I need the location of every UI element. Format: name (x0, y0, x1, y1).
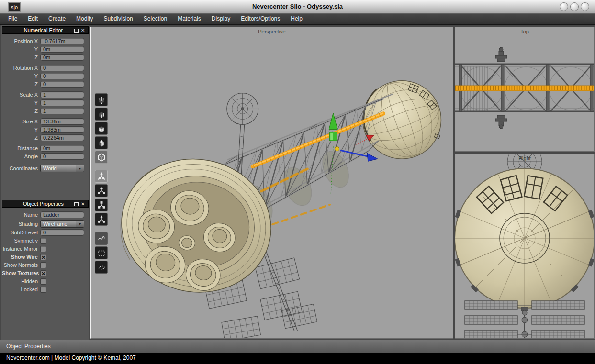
window-maximize-button[interactable] (570, 2, 579, 11)
scale-x-field[interactable] (40, 91, 84, 98)
rotation-z-field[interactable] (40, 81, 84, 88)
field-label: Z (2, 81, 40, 87)
show-normals-checkbox[interactable] (40, 262, 46, 268)
locked-checkbox[interactable] (40, 287, 46, 293)
perspective-3d-render (91, 27, 453, 338)
menu-modify[interactable]: Modify (71, 14, 98, 24)
position-x-field[interactable] (40, 38, 84, 44)
position-y-field[interactable] (40, 46, 84, 53)
field-label: Angle (2, 154, 40, 159)
window-title: Nevercenter Silo - Odyssey.sia (0, 0, 595, 14)
shading-dropdown[interactable]: Wireframe ▼ (40, 220, 84, 228)
field-label: Shading (2, 221, 40, 227)
numerical-editor-title: Numerical Editor (2, 27, 74, 33)
distance-field[interactable] (40, 145, 84, 152)
symmetry-checkbox[interactable] (40, 238, 46, 244)
object-properties-header[interactable]: Object Properties ✕ (2, 200, 89, 208)
panel-detach-icon[interactable] (74, 28, 79, 33)
menu-edit[interactable]: Edit (22, 14, 43, 24)
field-label: SubD Level (2, 230, 40, 235)
menu-create[interactable]: Create (43, 14, 71, 24)
workspace: Numerical Editor ✕ Position X Y Z Rotati… (0, 25, 595, 340)
size-z-field[interactable] (40, 134, 84, 141)
numerical-editor-header[interactable]: Numerical Editor ✕ (2, 26, 89, 34)
scale-z-field[interactable] (40, 108, 84, 114)
face-mode-button[interactable] (95, 122, 108, 135)
coordinates-dropdown[interactable]: World ▼ (40, 165, 84, 172)
rotate-tool-icon (97, 187, 106, 195)
object-mode-button[interactable] (95, 151, 108, 164)
panel-close-icon[interactable]: ✕ (81, 28, 86, 33)
rotation-y-field[interactable] (40, 73, 84, 79)
viewport-toolbar (95, 93, 108, 275)
universal-manipulator-icon (97, 215, 106, 224)
field-label: Distance (2, 145, 40, 151)
perspective-viewport-label: Perspective (91, 29, 453, 34)
panel-close-icon[interactable]: ✕ (81, 201, 86, 207)
angle-field[interactable] (40, 153, 84, 160)
rotation-x-field[interactable] (40, 65, 84, 71)
object-properties-panel: Object Properties ✕ Name Shading Wirefra… (2, 200, 89, 295)
status-bar: Object Properties (0, 340, 595, 353)
numerical-editor-panel: Numerical Editor ✕ Position X Y Z Rotati… (2, 26, 89, 174)
edge-mode-icon (97, 110, 106, 119)
edge-mode-button[interactable] (95, 108, 108, 121)
left-panel-column: Numerical Editor ✕ Position X Y Z Rotati… (1, 25, 89, 340)
name-field[interactable] (40, 211, 84, 218)
field-label: Size X (2, 119, 40, 124)
rect-select-icon (97, 249, 106, 257)
universal-manipulator-button[interactable] (95, 213, 108, 226)
menu-editors-options[interactable]: Editors/Options (236, 14, 285, 24)
footer-bar: Nevercenter.com | Model Copyright © Kema… (0, 353, 595, 364)
field-label: Z (2, 108, 40, 114)
paint-select-button[interactable] (95, 232, 108, 245)
field-label: Name (2, 212, 40, 218)
show-wire-checkbox[interactable]: ✕ (40, 254, 46, 260)
right-view-render (455, 154, 594, 338)
window-minimize-button[interactable] (560, 2, 568, 11)
position-z-field[interactable] (40, 54, 84, 61)
scale-tool-button[interactable] (95, 199, 108, 211)
title-bar[interactable]: s|o Nevercenter Silo - Odyssey.sia (0, 0, 595, 14)
top-viewport[interactable]: Top (455, 27, 595, 152)
move-tool-button[interactable] (95, 170, 108, 183)
subd-level-field[interactable] (40, 229, 84, 236)
coordinates-value: World (41, 165, 76, 172)
size-x-field[interactable] (40, 118, 84, 125)
lasso-select-button[interactable] (95, 261, 108, 274)
vertex-mode-icon (97, 96, 106, 104)
menu-help[interactable]: Help (285, 14, 308, 24)
panel-detach-icon[interactable] (74, 201, 79, 207)
right-viewport[interactable]: Right (455, 154, 595, 339)
show-textures-checkbox[interactable]: ✕ (40, 270, 46, 276)
field-label: Show Wire (2, 254, 40, 260)
top-view-render (455, 27, 594, 151)
multi-mode-icon (97, 139, 106, 147)
chevron-down-icon: ▼ (76, 165, 84, 172)
selected-ladder[interactable] (253, 113, 383, 166)
field-label: Show Textures (2, 270, 40, 276)
hidden-checkbox[interactable] (40, 278, 46, 285)
menu-selection[interactable]: Selection (138, 14, 172, 24)
menu-display[interactable]: Display (206, 14, 236, 24)
window-close-button[interactable] (581, 2, 589, 11)
lasso-select-icon (97, 263, 106, 272)
menu-file[interactable]: File (3, 14, 22, 24)
multi-mode-button[interactable] (95, 136, 108, 149)
field-label: Locked (2, 287, 40, 292)
menu-materials[interactable]: Materials (172, 14, 206, 24)
size-y-field[interactable] (40, 126, 84, 133)
move-tool-icon (97, 172, 106, 181)
sphere-front (455, 168, 594, 308)
vertex-mode-button[interactable] (95, 93, 108, 106)
field-label: Show Normals (2, 262, 40, 268)
rect-select-button[interactable] (95, 246, 108, 259)
scale-y-field[interactable] (40, 99, 84, 106)
app-window: s|o Nevercenter Silo - Odyssey.sia File … (0, 0, 595, 364)
menu-subdivision[interactable]: Subdivision (98, 14, 138, 24)
field-label: Position X (2, 38, 40, 44)
rotate-tool-button[interactable] (95, 184, 108, 197)
perspective-viewport[interactable]: Perspective (90, 27, 453, 339)
instance-mirror-checkbox[interactable] (40, 246, 46, 252)
scale-tool-icon (97, 201, 106, 210)
